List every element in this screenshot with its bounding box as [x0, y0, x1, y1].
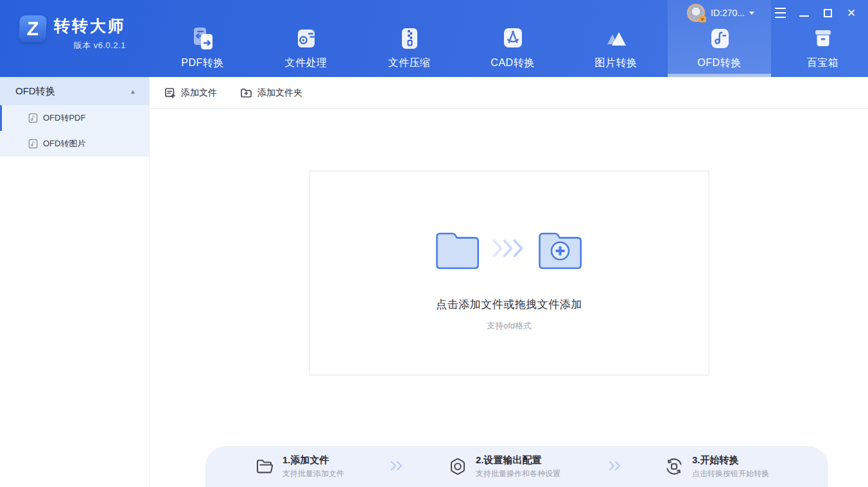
folder-icon [431, 226, 483, 270]
sidebar-item-ofd-to-pdf[interactable]: OFD转PDF [0, 105, 149, 131]
tab-file-process[interactable]: 文件处理 [254, 0, 358, 77]
file-compress-icon [397, 25, 422, 52]
arrows-right-icon [491, 239, 525, 258]
toolbox-icon [810, 25, 836, 52]
convert-sync-icon [664, 457, 684, 476]
sidebar-section-ofd[interactable]: OFD转换 ▲ [0, 77, 149, 105]
add-folder-icon [240, 87, 252, 98]
close-button[interactable]: ✕ [842, 4, 860, 21]
dropzone-illustration [431, 226, 587, 270]
tab-label: 图片转换 [595, 56, 638, 70]
step-add-files: 1.添加文件 支持批量添加文件 [255, 446, 344, 487]
collapse-arrow-icon: ▲ [130, 88, 136, 95]
app-logo: Z 转转大师 版本 v6.0.2.1 [19, 15, 126, 51]
titlebar-controls: v ID:270... ✕ [687, 3, 860, 23]
user-id: ID:270... [711, 8, 745, 18]
toolbar: 添加文件 添加文件夹 [150, 77, 868, 109]
app-version: 版本 v6.0.2.1 [74, 40, 126, 51]
close-icon: ✕ [847, 8, 856, 19]
steps-panel: 1.添加文件 支持批量添加文件 2.设置输出配置 支持批量操作和各种设置 [205, 446, 828, 487]
step-title: 2.设置输出配置 [476, 454, 560, 466]
tab-label: 百宝箱 [807, 56, 839, 70]
step-title: 3.开始转换 [692, 454, 769, 466]
step-arrow-icon [608, 460, 622, 472]
dropzone-title: 点击添加文件或拖拽文件添加 [436, 297, 582, 312]
content-area: 点击添加文件或拖拽文件添加 支持ofd格式 [150, 109, 868, 487]
menu-button[interactable] [771, 4, 789, 21]
tab-label: CAD转换 [490, 56, 534, 70]
sidebar-item-label: OFD转PDF [43, 112, 85, 124]
tab-file-compress[interactable]: 文件压缩 [358, 0, 461, 77]
tab-label: OFD转换 [697, 56, 741, 70]
add-file-button[interactable]: 添加文件 [164, 87, 217, 99]
add-file-label: 添加文件 [181, 87, 217, 99]
sidebar-items: OFD转PDF OFD转图片 [0, 105, 149, 157]
step-arrow-icon [390, 460, 404, 472]
cad-convert-icon [500, 25, 526, 52]
settings-nut-icon [448, 457, 467, 476]
app-window: Z 转转大师 版本 v6.0.2.1 PDF转换 [0, 0, 868, 487]
file-process-icon [293, 25, 319, 52]
vip-badge-icon: v [699, 16, 706, 22]
dropzone-subtitle: 支持ofd格式 [487, 320, 532, 332]
user-dropdown-caret-icon[interactable] [749, 12, 754, 15]
step-configure-output: 2.设置输出配置 支持批量操作和各种设置 [448, 446, 560, 487]
tab-cad-convert[interactable]: CAD转换 [461, 0, 564, 77]
tab-image-convert[interactable]: 图片转换 [564, 0, 668, 77]
step-subtitle: 支持批量操作和各种设置 [476, 468, 560, 479]
maximize-button[interactable] [819, 4, 837, 21]
tab-label: 文件处理 [285, 56, 327, 70]
pdf-convert-icon [190, 25, 216, 52]
ofd-file-icon [28, 113, 38, 123]
step-subtitle: 支持批量添加文件 [282, 468, 344, 479]
add-folder-illustration-icon [533, 226, 587, 270]
image-convert-icon [603, 25, 629, 52]
tab-label: PDF转换 [181, 56, 224, 70]
ofd-file-icon [28, 139, 38, 149]
app-title: 转转大师 [54, 15, 126, 36]
step-subtitle: 点击转换按钮开始转换 [692, 468, 769, 479]
add-folder-label: 添加文件夹 [257, 87, 302, 99]
sidebar-section-title: OFD转换 [15, 85, 55, 98]
ofd-convert-icon [707, 25, 733, 52]
logo-icon: Z [19, 15, 46, 42]
main-area: 添加文件 添加文件夹 [150, 77, 868, 487]
sidebar-item-ofd-to-image[interactable]: OFD转图片 [0, 131, 149, 157]
sidebar: OFD转换 ▲ OFD转PDF OFD转图片 [0, 77, 150, 487]
step-title: 1.添加文件 [282, 454, 344, 466]
file-dropzone[interactable]: 点击添加文件或拖拽文件添加 支持ofd格式 [309, 171, 709, 375]
minimize-button[interactable] [795, 4, 813, 21]
user-avatar[interactable]: v [687, 4, 705, 22]
sidebar-item-label: OFD转图片 [43, 138, 85, 150]
add-file-icon [164, 87, 176, 99]
tab-pdf-convert[interactable]: PDF转换 [151, 0, 254, 77]
step-start-convert: 3.开始转换 点击转换按钮开始转换 [664, 446, 769, 487]
app-header: Z 转转大师 版本 v6.0.2.1 PDF转换 [0, 0, 868, 77]
tab-label: 文件压缩 [388, 56, 431, 70]
open-folder-icon [255, 457, 274, 476]
add-folder-button[interactable]: 添加文件夹 [240, 87, 302, 99]
